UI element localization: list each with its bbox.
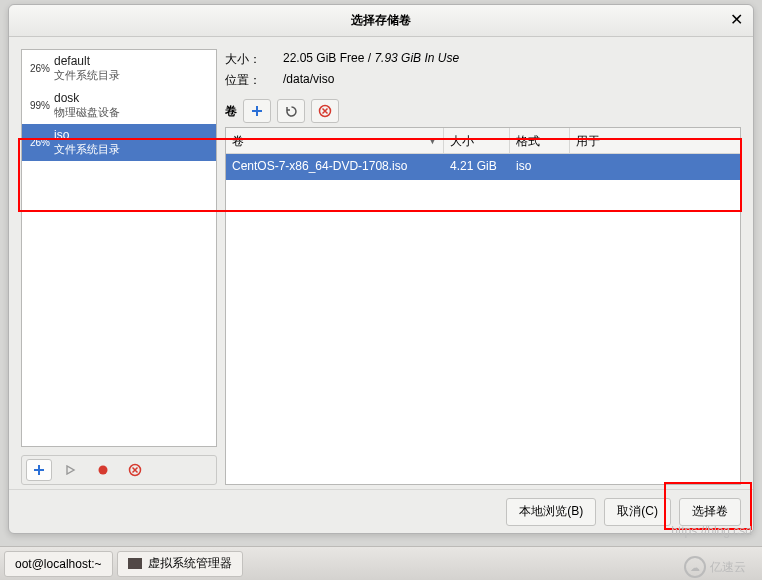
pool-name: iso	[54, 128, 120, 142]
table-body: CentOS-7-x86_64-DVD-1708.iso 4.21 GiB is…	[226, 154, 740, 484]
cell-usedby	[570, 154, 740, 180]
dialog-content: 26% default 文件系统目录 99% dosk 物理磁盘设备	[9, 37, 753, 533]
col-header-usedby[interactable]: 用于	[570, 128, 740, 153]
cell-size: 4.21 GiB	[444, 154, 510, 180]
col-header-volume[interactable]: 卷▼	[226, 128, 444, 153]
size-value: 22.05 GiB Free / 7.93 GiB In Use	[283, 51, 459, 68]
pool-type: 物理磁盘设备	[54, 105, 120, 120]
volume-table: 卷▼ 大小 格式 用于 CentOS-7-x86_64-DVD-1708.iso…	[225, 127, 741, 485]
location-row: 位置： /data/viso	[225, 70, 741, 91]
col-header-format[interactable]: 格式	[510, 128, 570, 153]
new-volume-button[interactable]	[243, 99, 271, 123]
pool-item-default[interactable]: 26% default 文件系统目录	[22, 50, 216, 87]
pool-type: 文件系统目录	[54, 142, 120, 157]
pool-name: dosk	[54, 91, 120, 105]
stop-pool-button[interactable]	[90, 459, 116, 481]
cancel-button[interactable]: 取消(C)	[604, 498, 671, 526]
delete-volume-button[interactable]	[311, 99, 339, 123]
delete-pool-button[interactable]	[122, 459, 148, 481]
add-pool-button[interactable]	[26, 459, 52, 481]
pool-item-iso[interactable]: 26% iso 文件系统目录	[22, 124, 216, 161]
title-bar: 选择存储卷 ✕	[9, 5, 753, 37]
taskbar: oot@localhost:~ 虚拟系统管理器	[0, 546, 762, 580]
location-value: /data/viso	[283, 72, 334, 89]
cell-format: iso	[510, 154, 570, 180]
taskbar-item-virt-manager[interactable]: 虚拟系统管理器	[117, 551, 243, 577]
browse-local-button[interactable]: 本地浏览(B)	[506, 498, 596, 526]
storage-volume-dialog: 选择存储卷 ✕ 26% default 文件系统目录 99%	[8, 4, 754, 534]
close-icon[interactable]: ✕	[727, 11, 745, 29]
table-row[interactable]: CentOS-7-x86_64-DVD-1708.iso 4.21 GiB is…	[226, 154, 740, 180]
volume-toolbar: 卷	[225, 95, 741, 127]
svg-point-0	[99, 466, 108, 475]
volumes-label: 卷	[225, 103, 237, 120]
pool-percent: 26%	[26, 137, 50, 148]
dialog-buttons: 本地浏览(B) 取消(C) 选择卷	[9, 489, 753, 533]
pool-item-dosk[interactable]: 99% dosk 物理磁盘设备	[22, 87, 216, 124]
pool-percent: 26%	[26, 63, 50, 74]
start-pool-button[interactable]	[58, 459, 84, 481]
location-label: 位置：	[225, 72, 273, 89]
cell-volume: CentOS-7-x86_64-DVD-1708.iso	[226, 154, 444, 180]
pool-type: 文件系统目录	[54, 68, 120, 83]
storage-pool-list[interactable]: 26% default 文件系统目录 99% dosk 物理磁盘设备	[21, 49, 217, 447]
size-label: 大小：	[225, 51, 273, 68]
table-header: 卷▼ 大小 格式 用于	[226, 128, 740, 154]
dialog-title: 选择存储卷	[351, 12, 411, 29]
size-row: 大小： 22.05 GiB Free / 7.93 GiB In Use	[225, 49, 741, 70]
refresh-button[interactable]	[277, 99, 305, 123]
col-header-size[interactable]: 大小	[444, 128, 510, 153]
app-icon	[128, 558, 142, 569]
right-pane: 大小： 22.05 GiB Free / 7.93 GiB In Use 位置：…	[225, 49, 741, 485]
choose-volume-button[interactable]: 选择卷	[679, 498, 741, 526]
sidebar-toolbar	[21, 455, 217, 485]
sidebar: 26% default 文件系统目录 99% dosk 物理磁盘设备	[21, 49, 217, 485]
sort-arrow-icon: ▼	[428, 136, 437, 146]
pool-percent: 99%	[26, 100, 50, 111]
taskbar-item-terminal[interactable]: oot@localhost:~	[4, 551, 113, 577]
pool-name: default	[54, 54, 120, 68]
